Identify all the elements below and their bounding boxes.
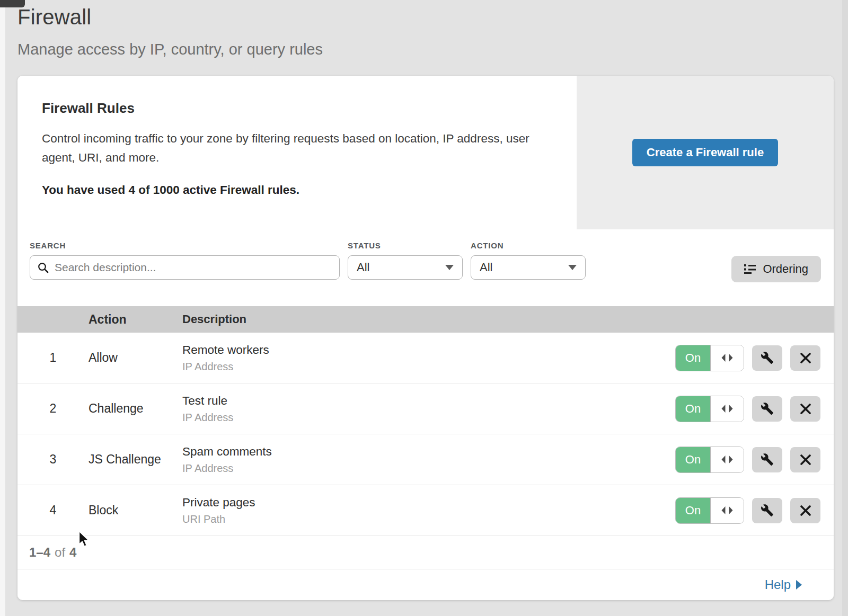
rule-controls: On (675, 396, 820, 422)
action-label: ACTION (471, 241, 586, 250)
rule-description: Private pages (182, 496, 675, 510)
wrench-icon (761, 453, 774, 466)
rule-priority: 3 (17, 452, 89, 467)
create-firewall-rule-button[interactable]: Create a Firewall rule (632, 139, 778, 166)
table-row: 1 Allow Remote workers IP Address On (17, 333, 834, 383)
toggle-drag-handle[interactable] (710, 498, 744, 523)
pagination-range: 1–4 (29, 545, 50, 560)
rule-description-cell: Private pages URI Path (182, 496, 675, 525)
rules-usage-note: You have used 4 of 1000 active Firewall … (42, 183, 551, 197)
arrow-right-icon (796, 580, 802, 590)
rule-description: Spam comments (182, 445, 675, 459)
delete-rule-button[interactable] (790, 447, 820, 472)
action-column-header: Action (89, 313, 182, 327)
toggle-on-label: On (676, 345, 710, 371)
chevron-down-icon (568, 265, 577, 270)
drag-arrows-icon (721, 506, 734, 514)
rule-controls: On (675, 497, 820, 524)
help-link-label: Help (765, 577, 791, 592)
drag-arrows-icon (721, 354, 734, 362)
rule-description-cell: Spam comments IP Address (182, 445, 675, 475)
rule-enabled-toggle[interactable]: On (675, 396, 744, 422)
drag-arrows-icon (721, 405, 734, 413)
rule-description: Test rule (182, 394, 675, 408)
rule-description-cell: Test rule IP Address (182, 394, 675, 424)
edit-rule-button[interactable] (752, 447, 782, 472)
rule-action: Block (89, 503, 182, 517)
page-title: Firewall (17, 5, 848, 29)
table-row: 4 Block Private pages URI Path On (17, 485, 834, 536)
rule-description-cell: Remote workers IP Address (182, 343, 675, 373)
rules-intro-section: Firewall Rules Control incoming traffic … (17, 76, 834, 229)
search-input[interactable] (55, 261, 332, 274)
ordering-button-label: Ordering (763, 262, 808, 276)
close-icon (800, 454, 811, 466)
toggle-on-label: On (676, 498, 710, 523)
action-filter-group: ACTION All (471, 241, 586, 280)
description-column-header: Description (182, 313, 834, 326)
card-footer: Help (17, 569, 834, 600)
drag-arrows-icon (721, 456, 734, 463)
delete-rule-button[interactable] (790, 498, 820, 523)
toggle-drag-handle[interactable] (710, 345, 744, 371)
rule-match-type: URI Path (182, 513, 675, 525)
window-corner (0, 0, 25, 7)
window-right-edge (842, 0, 848, 616)
page-header: Firewall Manage access by IP, country, o… (0, 0, 848, 58)
edit-rule-button[interactable] (752, 396, 782, 422)
rule-controls: On (675, 447, 820, 473)
create-rule-panel: Create a Firewall rule (577, 76, 834, 229)
close-icon (800, 352, 811, 364)
rule-match-type: IP Address (182, 412, 675, 424)
status-select[interactable]: All (348, 255, 463, 280)
rule-priority: 4 (17, 503, 89, 517)
rule-description: Remote workers (182, 343, 675, 357)
firewall-rules-card: Firewall Rules Control incoming traffic … (17, 76, 834, 600)
table-header: Action Description (17, 306, 834, 333)
action-select-value: All (480, 261, 492, 274)
rule-enabled-toggle[interactable]: On (675, 497, 744, 524)
edit-rule-button[interactable] (752, 498, 782, 523)
rule-enabled-toggle[interactable]: On (675, 447, 744, 473)
close-icon (800, 403, 811, 415)
search-icon (38, 262, 49, 273)
chevron-down-icon (445, 265, 454, 270)
rule-enabled-toggle[interactable]: On (675, 345, 744, 371)
rule-action: Challenge (89, 401, 182, 416)
toggle-drag-handle[interactable] (710, 396, 744, 422)
rule-match-type: IP Address (182, 361, 675, 373)
filter-bar: SEARCH STATUS All ACTION All (17, 229, 834, 306)
table-row: 2 Challenge Test rule IP Address On (17, 383, 834, 434)
help-link[interactable]: Help (765, 577, 802, 592)
ordering-button[interactable]: Ordering (731, 256, 821, 282)
status-label: STATUS (348, 241, 463, 250)
toggle-on-label: On (676, 447, 710, 472)
rule-controls: On (675, 345, 820, 371)
pagination: 1–4 of 4 (17, 536, 834, 569)
window-left-edge (0, 7, 5, 616)
delete-rule-button[interactable] (790, 345, 820, 371)
rule-action: Allow (89, 351, 182, 365)
status-filter-group: STATUS All (348, 241, 463, 280)
search-box (30, 255, 340, 280)
pagination-total: 4 (69, 545, 76, 560)
status-select-value: All (357, 261, 369, 274)
rule-priority: 2 (17, 401, 89, 416)
delete-rule-button[interactable] (790, 396, 820, 422)
rule-action: JS Challenge (89, 452, 182, 467)
edit-rule-button[interactable] (752, 345, 782, 371)
rules-intro-text: Firewall Rules Control incoming traffic … (17, 76, 577, 229)
toggle-on-label: On (676, 396, 710, 422)
rule-priority: 1 (17, 351, 89, 365)
search-filter-group: SEARCH (30, 241, 340, 280)
pagination-of: of (55, 545, 65, 560)
ordered-list-icon (744, 264, 756, 274)
rules-table-body: 1 Allow Remote workers IP Address On 2 C… (17, 333, 834, 536)
wrench-icon (761, 402, 774, 415)
rules-description: Control incoming traffic to your zone by… (42, 129, 543, 167)
wrench-icon (761, 351, 774, 364)
action-select[interactable]: All (471, 255, 586, 280)
search-label: SEARCH (30, 241, 340, 250)
toggle-drag-handle[interactable] (710, 447, 744, 472)
rules-heading: Firewall Rules (42, 100, 551, 117)
